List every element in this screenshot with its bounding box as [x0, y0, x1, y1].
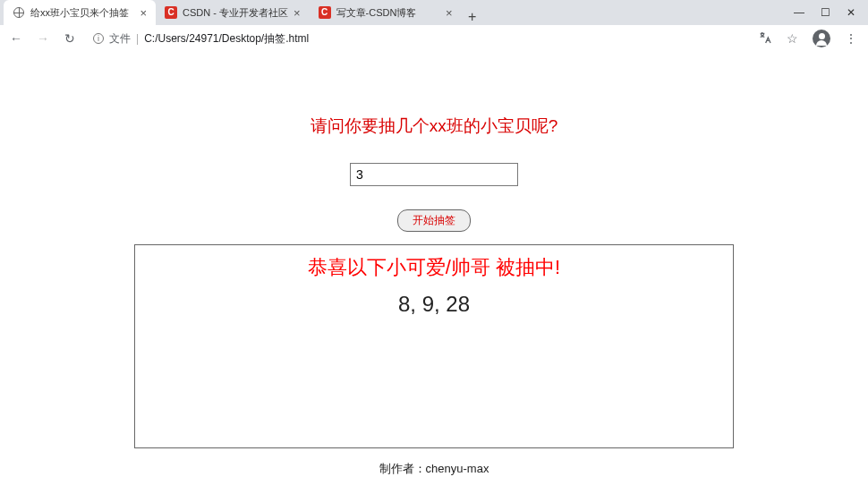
menu-icon[interactable]: ⋮	[845, 31, 857, 46]
avatar-icon[interactable]	[813, 30, 830, 47]
info-icon[interactable]: i	[93, 33, 104, 44]
csdn-icon: C	[165, 6, 177, 19]
tab-title: 给xx班小宝贝来个抽签	[30, 6, 134, 20]
tab-title: 写文章-CSDN博客	[336, 6, 440, 20]
toolbar-right: ☆ ⋮	[758, 30, 861, 47]
count-input[interactable]	[350, 163, 518, 186]
minimize-icon[interactable]: —	[794, 6, 804, 19]
start-button[interactable]: 开始抽签	[397, 209, 471, 232]
tab-strip: 给xx班小宝贝来个抽签 × C CSDN - 专业开发者社区 × C 写文章-C…	[0, 0, 868, 25]
close-icon[interactable]: ×	[294, 6, 301, 20]
prompt-heading: 请问你要抽几个xx班的小宝贝呢?	[0, 115, 868, 138]
globe-icon	[13, 6, 25, 19]
url-scheme-label: 文件	[109, 31, 131, 47]
close-icon[interactable]: ×	[446, 6, 453, 20]
address-bar: ← → ↻ i 文件 | C:/Users/24971/Desktop/抽签.h…	[0, 25, 868, 52]
tab-2[interactable]: C 写文章-CSDN博客 ×	[310, 0, 462, 25]
maximize-icon[interactable]: ☐	[821, 6, 830, 19]
tab-1[interactable]: C CSDN - 专业开发者社区 ×	[156, 0, 310, 25]
translate-icon[interactable]	[758, 30, 772, 47]
page-content: 请问你要抽几个xx班的小宝贝呢? 开始抽签 恭喜以下小可爱/帅哥 被抽中! 8,…	[0, 52, 868, 477]
result-box: 恭喜以下小可爱/帅哥 被抽中! 8, 9, 28	[134, 244, 734, 448]
window-close-icon[interactable]: ✕	[847, 6, 855, 19]
csdn-icon: C	[319, 6, 331, 19]
star-icon[interactable]: ☆	[787, 31, 798, 46]
footer-credit: 制作者：chenyu-max	[0, 461, 868, 477]
url-path: C:/Users/24971/Desktop/抽签.html	[144, 31, 309, 47]
close-icon[interactable]: ×	[140, 6, 147, 20]
tab-0[interactable]: 给xx班小宝贝来个抽签 ×	[4, 0, 156, 25]
tab-title: CSDN - 专业开发者社区	[183, 6, 288, 20]
window-controls: — ☐ ✕	[794, 0, 868, 25]
result-numbers: 8, 9, 28	[135, 292, 733, 317]
reload-icon[interactable]: ↻	[61, 31, 79, 46]
forward-icon: →	[34, 31, 52, 46]
congrats-text: 恭喜以下小可爱/帅哥 被抽中!	[135, 254, 733, 281]
browser-chrome: 给xx班小宝贝来个抽签 × C CSDN - 专业开发者社区 × C 写文章-C…	[0, 0, 868, 52]
new-tab-button[interactable]: +	[462, 9, 483, 25]
url-separator: |	[136, 32, 139, 45]
url-box[interactable]: i 文件 | C:/Users/24971/Desktop/抽签.html	[88, 31, 749, 47]
back-icon[interactable]: ←	[7, 31, 25, 46]
